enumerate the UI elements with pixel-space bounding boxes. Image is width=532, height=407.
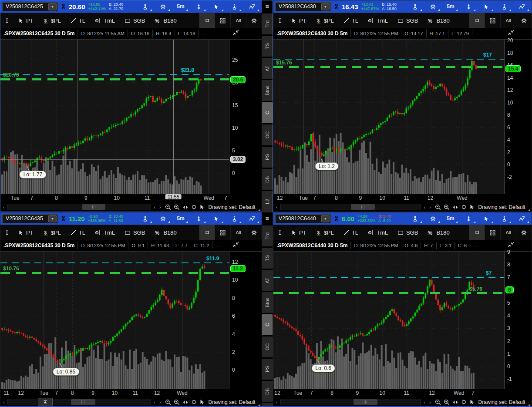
cursor-icon[interactable] (469, 204, 475, 210)
tool-tml-button[interactable]: TmL (363, 13, 393, 28)
cursor-tool-button[interactable] (479, 1, 493, 12)
step-left-icon[interactable]: ‹ (422, 400, 427, 405)
strategies-button[interactable] (497, 1, 511, 12)
zoom-in-icon[interactable] (174, 204, 180, 210)
tool-pl-button[interactable]: $$PL (311, 13, 339, 28)
strategies-button[interactable] (497, 213, 511, 224)
zoom-out-icon[interactable] (165, 204, 171, 210)
tool-tl-button[interactable]: TL (339, 13, 363, 28)
single-cell-button[interactable] (469, 225, 485, 240)
time-axis[interactable]: 1112Tue789101112Wed (0, 389, 262, 397)
scroll-left-icon[interactable]: ‹ (2, 205, 6, 210)
zoom-in-icon[interactable] (444, 204, 450, 210)
chart-plot[interactable]: $7$5.76Lo: 0.6 (273, 251, 504, 389)
patterns-button[interactable] (192, 213, 205, 224)
target-icon[interactable] (461, 204, 467, 210)
side-tab-oc[interactable]: OC (262, 336, 273, 357)
studies-button[interactable] (138, 213, 152, 224)
symbol-input[interactable]: V250812C6430 ▼ (275, 2, 331, 11)
menu-icon[interactable]: ≡ (262, 213, 273, 224)
scrollbar[interactable] (280, 204, 421, 210)
side-tab-ts[interactable]: TS (262, 36, 273, 57)
side-tab-ts[interactable]: TS (262, 248, 273, 269)
scrollbar[interactable] (7, 204, 152, 210)
grid-layout-button[interactable] (215, 13, 230, 28)
drawing-set-label[interactable]: Drawing set: Default (207, 399, 257, 405)
pin-icon[interactable] (0, 225, 13, 240)
step-right-icon[interactable]: › (158, 205, 162, 210)
tool-b180-button[interactable]: %B180 (423, 225, 454, 240)
chart-settings-button[interactable] (246, 225, 262, 240)
symbol-dropdown-button[interactable]: ▼ (48, 215, 57, 222)
tool-pt-button[interactable]: PT (13, 225, 38, 240)
single-cell-button[interactable] (199, 225, 215, 240)
resize-corner-icon[interactable]: ◢ (528, 208, 530, 212)
link-icon[interactable] (61, 215, 66, 222)
side-tab-ps[interactable]: PS (262, 359, 273, 380)
collapse-icon[interactable] (232, 242, 239, 249)
scrollbar[interactable] (7, 399, 152, 405)
side-tab-oc[interactable]: OC (262, 124, 273, 145)
tool-tml-button[interactable]: TmL (90, 13, 120, 28)
drawing-set-label[interactable]: Drawing set: Default (207, 204, 257, 210)
fit-all-button[interactable]: All (230, 13, 246, 28)
single-cell-button[interactable] (469, 13, 485, 28)
link-icon[interactable] (61, 3, 66, 10)
zoom-in-icon[interactable] (174, 399, 180, 405)
tool-b180-button[interactable]: %B180 (150, 13, 181, 28)
symbol-dropdown-button[interactable]: ▼ (321, 3, 330, 10)
side-tab-db[interactable]: DB (262, 169, 273, 190)
price-axis[interactable]: 12108642011.2 (229, 251, 262, 389)
cursor-icon[interactable] (469, 399, 475, 405)
zoom-out-icon[interactable] (435, 204, 441, 210)
scroll-left-icon[interactable]: ‹ (275, 205, 279, 210)
timeframe-button[interactable]: 5m (174, 1, 188, 12)
side-tab-c[interactable]: C (262, 102, 273, 123)
pin-icon[interactable] (273, 13, 286, 28)
tool-pt-button[interactable]: PT (286, 13, 311, 28)
strategies-button[interactable] (227, 213, 241, 224)
fit-all-button[interactable]: All (500, 225, 516, 240)
scrollbar-thumb[interactable] (82, 204, 105, 210)
symbol-input[interactable]: V250812C6425 ▼ (2, 2, 58, 11)
pan-icon[interactable] (182, 400, 189, 405)
pan-icon[interactable] (452, 205, 458, 210)
tool-tml-button[interactable]: TmL (90, 225, 120, 240)
scrollbar-thumb[interactable] (354, 399, 377, 405)
time-axis[interactable]: 12Tue789101112Wed7 (273, 389, 532, 397)
time-axis[interactable]: 12Tue789101112Wed (273, 194, 532, 202)
cursor-icon[interactable] (199, 204, 205, 210)
grid-layout-button[interactable] (485, 13, 500, 28)
tool-sgb-button[interactable]: SGB (120, 225, 150, 240)
studies-button[interactable] (408, 1, 422, 12)
chart-settings-button[interactable] (516, 13, 532, 28)
scroll-jump-button[interactable] (38, 398, 53, 406)
tool-pt-button[interactable]: PT (13, 13, 38, 28)
zoom-out-icon[interactable] (435, 399, 441, 405)
price-axis[interactable]: 20181614121086420-215.4 (504, 39, 532, 194)
cursor-icon[interactable] (199, 399, 205, 405)
step-right-icon[interactable]: › (158, 400, 162, 405)
chart-settings-button[interactable] (426, 1, 440, 12)
price-axis[interactable]: 9876543210-16 (504, 251, 532, 389)
target-icon[interactable] (191, 204, 197, 210)
pin-icon[interactable] (0, 13, 13, 28)
cursor-tool-button[interactable] (209, 213, 223, 224)
side-tab-trd[interactable]: Trd (262, 13, 273, 34)
tool-tml-button[interactable]: TmL (363, 225, 393, 240)
drawings-button[interactable] (515, 1, 529, 12)
fit-all-button[interactable]: All (230, 225, 246, 240)
link-icon[interactable] (334, 3, 339, 10)
pan-icon[interactable] (452, 400, 458, 405)
timeframe-button[interactable]: 5m (444, 1, 458, 12)
timeframe-button[interactable]: 5m (174, 213, 188, 224)
drawings-button[interactable] (515, 213, 529, 224)
patterns-button[interactable] (461, 213, 475, 224)
grid-layout-button[interactable] (215, 225, 230, 240)
drawing-set-label[interactable]: Drawing set: Default (477, 204, 527, 210)
side-tab-at[interactable]: AT (262, 58, 273, 79)
zoom-in-icon[interactable] (444, 399, 450, 405)
zoom-out-icon[interactable] (165, 399, 171, 405)
chart-plot[interactable]: $17$15.76Lo: 1.2 (273, 39, 504, 194)
chart-plot[interactable]: $21.8$20.76Lo: 1.77 (0, 39, 229, 194)
